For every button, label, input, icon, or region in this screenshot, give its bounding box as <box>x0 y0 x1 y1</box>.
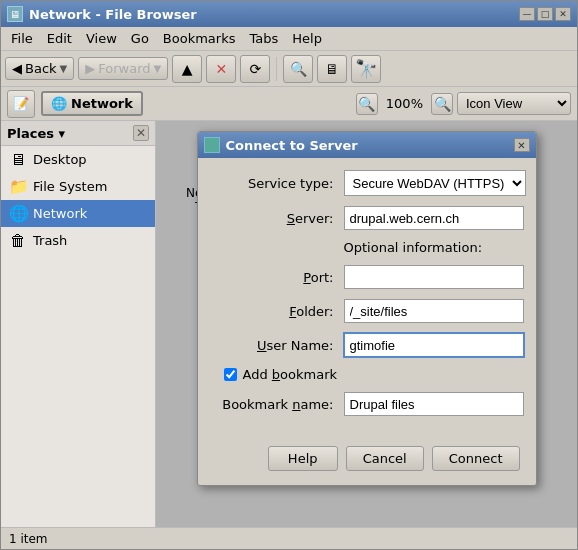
status-text: 1 item <box>9 532 48 546</box>
back-label: Back <box>25 61 57 76</box>
sidebar-header: Places ▾ ✕ <box>1 121 155 146</box>
folder-input[interactable] <box>344 299 524 323</box>
dialog-icon <box>204 137 220 153</box>
menu-view[interactable]: View <box>80 29 123 48</box>
sidebar-item-label-desktop: Desktop <box>33 152 87 167</box>
trash-icon: 🗑 <box>9 231 27 250</box>
optional-info-text: Optional information: <box>344 240 483 255</box>
add-bookmark-row: Add bookmark <box>214 367 520 382</box>
folder-row: Folder: <box>214 299 520 323</box>
sidebar: Places ▾ ✕ 🖥 Desktop 📁 File System 🌐 Net… <box>1 121 156 527</box>
zoom-out-icon: 🔍 <box>358 96 375 112</box>
sidebar-item-desktop[interactable]: 🖥 Desktop <box>1 146 155 173</box>
menu-tabs[interactable]: Tabs <box>243 29 284 48</box>
up-icon: ▲ <box>182 61 193 77</box>
add-bookmark-checkbox[interactable] <box>224 368 237 381</box>
service-type-select[interactable]: Secure WebDAV (HTTPS) WebDAV (HTTP) FTP … <box>344 170 526 196</box>
back-arrow-icon: ◀ <box>12 61 22 76</box>
folder-label: Folder: <box>214 304 344 319</box>
file-area: 🗑 Network Trash Connect to Server ✕ <box>156 121 577 527</box>
forward-dropdown-icon: ▼ <box>154 63 162 74</box>
sidebar-item-filesystem[interactable]: 📁 File System <box>1 173 155 200</box>
find-icon: 🔭 <box>355 58 377 79</box>
zoom-in-button[interactable]: 🔍 <box>431 93 453 115</box>
dialog-title: Connect to Server <box>226 138 358 153</box>
up-button[interactable]: ▲ <box>172 55 202 83</box>
maximize-button[interactable]: □ <box>537 7 553 21</box>
forward-label: Forward <box>98 61 150 76</box>
optional-info-row: Optional information: <box>214 240 520 255</box>
minimize-button[interactable]: — <box>519 7 535 21</box>
menu-bookmarks[interactable]: Bookmarks <box>157 29 242 48</box>
zoom-out-button[interactable]: 🔍 <box>356 93 378 115</box>
dialog-title-bar: Connect to Server ✕ <box>198 132 536 158</box>
forward-button[interactable]: ▶ Forward ▼ <box>78 57 168 80</box>
desktop-icon: 🖥 <box>9 150 27 169</box>
port-input[interactable] <box>344 265 524 289</box>
menu-go[interactable]: Go <box>125 29 155 48</box>
sidebar-header-label: Places ▾ <box>7 126 65 141</box>
browse-icon: 🔍 <box>290 61 307 77</box>
help-button[interactable]: Help <box>268 446 338 471</box>
content-area: Places ▾ ✕ 🖥 Desktop 📁 File System 🌐 Net… <box>1 121 577 527</box>
location-bar: 📝 🌐 Network 🔍 100% 🔍 Icon View List View… <box>1 87 577 121</box>
service-type-label: Service type: <box>214 176 344 191</box>
forward-arrow-icon: ▶ <box>85 61 95 76</box>
computer-button[interactable]: 🖥 <box>317 55 347 83</box>
zoom-in-icon: 🔍 <box>434 96 451 112</box>
title-bar: 🖥 Network - File Browser — □ ✕ <box>1 1 577 27</box>
dialog-buttons: Help Cancel Connect <box>198 438 536 485</box>
status-bar: 1 item <box>1 527 577 549</box>
menu-edit[interactable]: Edit <box>41 29 78 48</box>
sidebar-item-trash[interactable]: 🗑 Trash <box>1 227 155 254</box>
browse-button[interactable]: 🔍 <box>283 55 313 83</box>
port-row: Port: <box>214 265 520 289</box>
sidebar-close-button[interactable]: ✕ <box>133 125 149 141</box>
username-input[interactable] <box>344 333 524 357</box>
menu-file[interactable]: File <box>5 29 39 48</box>
edit-location-button[interactable]: 📝 <box>7 90 35 118</box>
main-window: 🖥 Network - File Browser — □ ✕ File Edit… <box>0 0 578 550</box>
network-location-button[interactable]: 🌐 Network <box>41 91 143 116</box>
stop-icon: ✕ <box>215 61 227 77</box>
service-type-row: Service type: Secure WebDAV (HTTPS) WebD… <box>214 170 520 196</box>
zoom-percent: 100% <box>382 96 427 111</box>
server-label: Server: <box>214 211 344 226</box>
menu-help[interactable]: Help <box>286 29 328 48</box>
window-title: Network - File Browser <box>29 7 197 22</box>
bookmark-name-label: Bookmark name: <box>214 397 344 412</box>
sidebar-item-label-filesystem: File System <box>33 179 107 194</box>
stop-button[interactable]: ✕ <box>206 55 236 83</box>
back-dropdown-icon: ▼ <box>60 63 68 74</box>
bookmark-name-input[interactable] <box>344 392 524 416</box>
toolbar-separator <box>276 57 277 81</box>
network-label: Network <box>71 96 133 111</box>
port-label: Port: <box>214 270 344 285</box>
refresh-button[interactable]: ⟳ <box>240 55 270 83</box>
server-input[interactable] <box>344 206 524 230</box>
edit-location-icon: 📝 <box>13 96 29 111</box>
bookmark-name-row: Bookmark name: <box>214 392 520 416</box>
connect-to-server-dialog: Connect to Server ✕ Service type: Secure… <box>197 131 537 486</box>
refresh-icon: ⟳ <box>249 61 261 77</box>
close-button[interactable]: ✕ <box>555 7 571 21</box>
menu-bar: File Edit View Go Bookmarks Tabs Help <box>1 27 577 51</box>
server-row: Server: <box>214 206 520 230</box>
add-bookmark-label[interactable]: Add bookmark <box>243 367 338 382</box>
filesystem-icon: 📁 <box>9 177 27 196</box>
find-button[interactable]: 🔭 <box>351 55 381 83</box>
sidebar-item-network[interactable]: 🌐 Network <box>1 200 155 227</box>
sidebar-item-label-network: Network <box>33 206 87 221</box>
window-icon: 🖥 <box>7 6 23 22</box>
connect-button[interactable]: Connect <box>432 446 520 471</box>
cancel-button[interactable]: Cancel <box>346 446 424 471</box>
computer-icon: 🖥 <box>325 61 339 77</box>
view-select[interactable]: Icon View List View Compact View <box>457 92 571 115</box>
username-row: User Name: <box>214 333 520 357</box>
username-label: User Name: <box>214 338 344 353</box>
back-button[interactable]: ◀ Back ▼ <box>5 57 74 80</box>
sidebar-item-label-trash: Trash <box>33 233 67 248</box>
title-bar-left: 🖥 Network - File Browser <box>7 6 197 22</box>
dialog-close-button[interactable]: ✕ <box>514 138 530 152</box>
modal-overlay: Connect to Server ✕ Service type: Secure… <box>156 121 577 527</box>
